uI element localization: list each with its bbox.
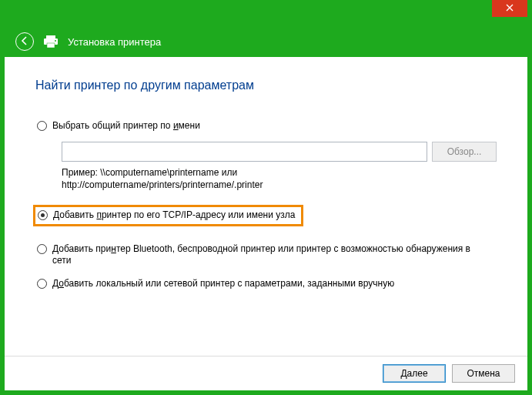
option-by-name-label: Выбрать общий принтер по имени: [52, 120, 200, 132]
printer-icon: [43, 35, 59, 49]
option-bluetooth-label: Добавить принтер Bluetooth, беспроводной…: [52, 243, 473, 267]
footer: Далее Отмена: [5, 356, 527, 390]
svg-rect-2: [47, 43, 55, 48]
browse-button: Обзор...: [432, 142, 497, 162]
wizard-title: Установка принтера: [68, 36, 161, 48]
option-local-label: Добавить локальный или сетевой принтер с…: [52, 278, 394, 290]
printer-name-input[interactable]: [62, 142, 427, 162]
page-heading: Найти принтер по другим параметрам: [35, 79, 497, 92]
example-text: Пример: \\computername\printername или h…: [62, 166, 497, 191]
back-arrow-icon: [19, 35, 30, 49]
option-local[interactable]: Добавить локальный или сетевой принтер с…: [35, 276, 497, 292]
radio-bluetooth[interactable]: [37, 244, 47, 254]
option-tcpip[interactable]: Добавить принтер по его TCP/IP-адресу ил…: [33, 205, 303, 226]
radio-local[interactable]: [37, 279, 47, 289]
option-by-name[interactable]: Выбрать общий принтер по имени: [35, 119, 497, 134]
option-bluetooth[interactable]: Добавить принтер Bluetooth, беспроводной…: [35, 242, 474, 269]
next-button[interactable]: Далее: [383, 364, 446, 383]
option-tcpip-label: Добавить принтер по его TCP/IP-адресу ил…: [53, 209, 295, 222]
close-button[interactable]: [492, 0, 527, 17]
close-icon: [506, 3, 514, 14]
svg-rect-0: [46, 35, 55, 38]
radio-by-name[interactable]: [37, 121, 47, 131]
radio-tcpip[interactable]: [38, 210, 48, 220]
svg-point-3: [55, 40, 56, 42]
content-area: Найти принтер по другим параметрам Выбра…: [5, 57, 527, 356]
back-button[interactable]: [15, 32, 34, 51]
cancel-button[interactable]: Отмена: [452, 364, 515, 383]
